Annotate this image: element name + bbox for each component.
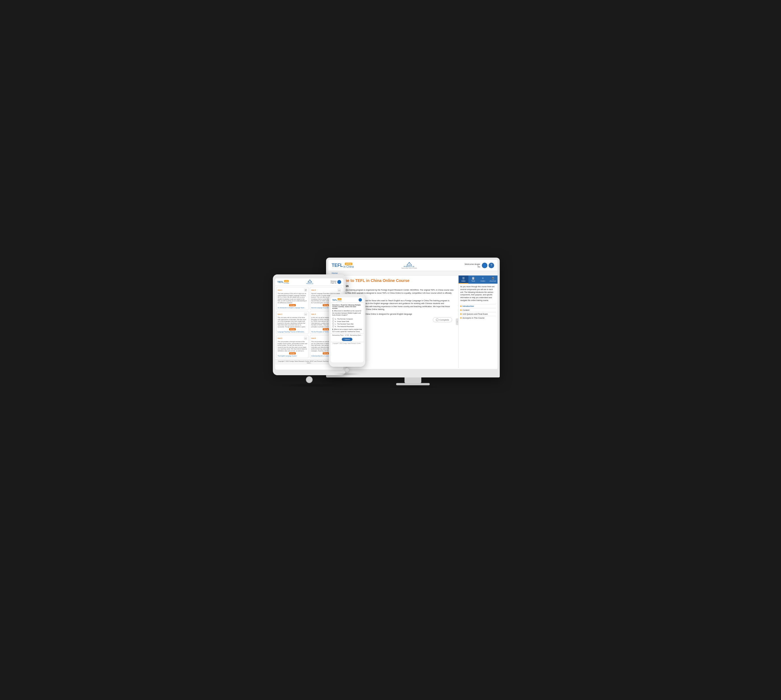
index-tab-icon: ≡	[479, 277, 487, 280]
panel-tabs: ☰ Intro 📋 Task ≡ Index	[459, 275, 497, 283]
desktop-tefl-logo: TEFL online in China	[332, 263, 354, 268]
desktop-pinnacle-logo: PINNACLE TEACHING SOLUTIONS	[401, 262, 417, 269]
tablet-pinnacle: PINNACLE	[307, 280, 314, 285]
tablet-shadow	[279, 383, 340, 388]
unit-1-link[interactable]: An Introduction to English Language Teac…	[278, 307, 307, 308]
svg-marker-2	[308, 280, 312, 282]
unit-4-title: Unit 4	[311, 313, 316, 315]
unit-6-title: Unit 6	[311, 337, 316, 339]
panel-list-item-acronyms[interactable]: Acronyms In This Course	[460, 316, 496, 320]
help-icon[interactable]: ?	[489, 263, 494, 268]
phone-online-badge: online	[337, 298, 342, 300]
panel-intro-text: As you move through this course there ar…	[460, 285, 496, 302]
complete-check-icon: ✓	[436, 318, 439, 321]
phone-option-b[interactable]: b. Great Vowel Shift	[330, 320, 364, 323]
radio-b[interactable]	[332, 320, 334, 322]
user-profile-icon[interactable]: 👤	[482, 263, 487, 268]
unit-2-title: Unit 2	[311, 289, 316, 291]
phone-logo: TEFL online in China	[332, 298, 342, 302]
tablet-online-badge: online	[284, 280, 289, 282]
phone-screen: TEFL online in China 👤 Directions: Read …	[330, 297, 364, 362]
complete-button[interactable]: ✓ Complete	[433, 317, 452, 322]
scene: TEFL online in China PINNACLE TEACHING S…	[264, 252, 517, 448]
phone-user-icon[interactable]: 👤	[359, 298, 362, 302]
radio-c[interactable]	[332, 323, 334, 325]
unit-3-icon: —	[304, 312, 307, 316]
unit-1-title: Unit 1	[278, 289, 282, 291]
tablet-pinnacle-icon	[307, 280, 312, 283]
desktop-welcome: Welcome Angie Su	[465, 263, 480, 268]
phone-directions: Directions: Read the following Multiple …	[330, 303, 364, 310]
desktop-online-badge: online	[345, 263, 352, 265]
unit-5-desc: This unit provides a through overview of…	[278, 341, 307, 352]
panel-toggle[interactable]: ‹	[456, 318, 459, 325]
unit-5-link[interactable]: The English Language System	[278, 355, 307, 357]
monitor-stand	[404, 377, 421, 383]
unit-2-icon: —	[337, 288, 341, 292]
radio-d[interactable]	[332, 325, 334, 327]
breadcrumb: Home	[328, 271, 497, 275]
desktop-user-area: Welcome Angie Su 👤 ?	[465, 263, 494, 268]
tablet-home-button[interactable]	[306, 376, 313, 383]
tab-intro[interactable]: ☰ Intro	[459, 275, 468, 283]
phone-in-china: in China	[337, 300, 342, 302]
unit-3-desc: This unit starts with an overview of the…	[278, 317, 307, 328]
unit-1-header: Unit 1 ⏱	[278, 288, 307, 292]
panel-list-item-content[interactable]: Content	[460, 308, 496, 312]
phone-option-d[interactable]: d. The Industrial Revolution	[330, 325, 364, 328]
phone-option-a[interactable]: a. The Norman Conquest	[330, 318, 364, 320]
unit-1-desc: The main purpose of this unit is to give…	[278, 293, 307, 303]
unit-5-header: Unit 5 —	[278, 337, 307, 340]
phone-question-2: 2. What is not a reason used to explain …	[330, 328, 364, 333]
desktop-header: TEFL online in China PINNACLE TEACHING S…	[328, 260, 497, 271]
phone-tefl-text: TEFL	[332, 299, 337, 301]
desktop-in-china: in China	[344, 265, 354, 268]
unit-2-header: Unit 2 —	[311, 288, 341, 292]
unit-1-more: More ▶	[278, 304, 307, 306]
journal-tab-icon: 📓	[488, 277, 497, 280]
task-tab-icon: 📋	[469, 277, 477, 280]
panel-list: Introduction Content Unit Quizzes and Fi…	[460, 304, 496, 320]
pinnacle-icon	[407, 262, 412, 266]
tablet-logo: TEFL online in China	[277, 280, 289, 284]
phone-submit-button[interactable]: Submit	[342, 338, 353, 341]
tablet-user-area: Welcome Angie Su 👤	[330, 280, 341, 284]
phone-frame: TEFL online in China 👤 Directions: Read …	[329, 294, 365, 367]
phone-option-c[interactable]: c. The Hundred Years War	[330, 323, 364, 325]
pinnacle-sub: TEACHING SOLUTIONS	[401, 267, 417, 269]
phone-home-button[interactable]	[345, 368, 350, 373]
tab-task[interactable]: 📋 Task	[468, 275, 478, 283]
tab-index[interactable]: ≡ Index	[478, 275, 488, 283]
desktop-tefl-text: TEFL	[332, 263, 343, 268]
remaining-questions: Remaining Que...	[350, 334, 362, 336]
unit-3-more: More ▶	[278, 328, 307, 330]
bullet-icon	[460, 309, 462, 311]
tablet-user-icon[interactable]: 👤	[337, 280, 341, 284]
radio-a[interactable]	[332, 318, 334, 320]
phone-question-1: 1. What event is identified as the cause…	[330, 310, 364, 318]
unit-5-icon: —	[304, 337, 307, 340]
tablet-unit-5[interactable]: Unit 5 — This unit provides a through ov…	[276, 335, 309, 358]
panel-list-item-quizzes[interactable]: Unit Quizzes and Final Exam	[460, 312, 496, 316]
intro-tab-icon: ☰	[459, 277, 468, 280]
tablet-unit-3[interactable]: Unit 3 — This unit starts with an overvi…	[276, 311, 309, 334]
desktop-header-icons: 👤 ?	[482, 263, 494, 268]
bullet-icon	[460, 317, 462, 318]
unit-3-link[interactable]: Language Teaching Theories & Methodolo..…	[278, 331, 307, 333]
phone-footer: Copyright © 2020 Foreign Talent Research…	[330, 342, 364, 345]
monitor-base	[396, 383, 430, 385]
unit-5-more: More ▶	[278, 352, 307, 355]
monitor-shadow	[385, 385, 441, 388]
tab-journal[interactable]: 📓 Journal	[488, 275, 497, 283]
unit-3-title: Unit 3	[278, 313, 282, 315]
timer-value: 17:39	[345, 334, 349, 336]
timer-label: Remaining Time:	[332, 334, 344, 336]
right-panel: ‹ ☰ Intro 📋 Task ≡	[458, 275, 497, 368]
tablet-unit-1[interactable]: Unit 1 ⏱ The main purpose of this unit i…	[276, 287, 309, 310]
phone-device: TEFL online in China 👤 Directions: Read …	[329, 294, 365, 367]
panel-list-item-introduction[interactable]: Introduction	[460, 304, 496, 308]
tablet-welcome: Welcome Angie Su	[330, 280, 336, 283]
bullet-icon	[460, 305, 462, 307]
unit-3-header: Unit 3 —	[278, 312, 307, 316]
unit-1-icon: ⏱	[304, 288, 307, 292]
